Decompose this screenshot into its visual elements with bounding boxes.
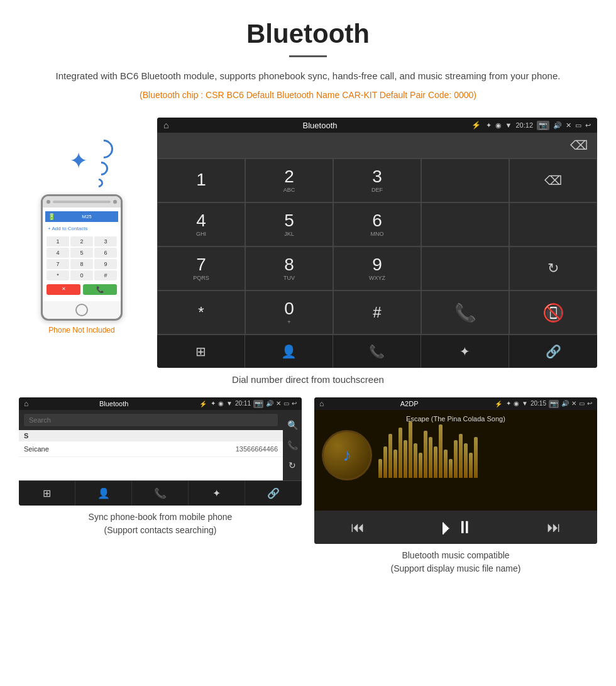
bluetooth-icon-button[interactable]: ✦ [421, 335, 509, 368]
pb-back-icon[interactable]: ↩ [292, 400, 297, 408]
pb-home-icon[interactable]: ⌂ [24, 399, 28, 408]
pb-status-bar: ⌂ Bluetooth ⚡ ✦ ◉ ▼ 20:11 📷 🔊 ✕ ▭ ↩ [19, 397, 302, 410]
phone-key: 1 [47, 236, 69, 246]
dial-screen-caption: Dial number direct from touchscreen [0, 374, 616, 385]
dial-key-5[interactable]: 5 JKL [245, 202, 333, 246]
dial-key-empty-1 [421, 158, 509, 202]
pb-contact-list: S Seicane 13566664466 [19, 430, 283, 480]
phone-key: 9 [94, 259, 117, 269]
back-icon[interactable]: ↩ [585, 121, 591, 130]
car-dial-screen: ⌂ Bluetooth ⚡ ✦ ◉ ▼ 20:12 📷 🔊 ✕ ▭ ↩ ⌫ 1 [157, 118, 597, 368]
music-wifi-icon: ▼ [522, 400, 528, 408]
music-screen-title: A2DP [327, 400, 491, 407]
bluetooth-symbol-icon: ✦ [69, 148, 88, 174]
pb-grid-btn[interactable]: ⊞ [19, 481, 75, 506]
pb-close-icon[interactable]: ✕ [276, 400, 281, 408]
pb-cam-icon: 📷 [253, 400, 263, 408]
phone-key: 4 [47, 248, 69, 258]
music-controls: ⏮ ⏵⏸ ⏭ [314, 511, 597, 544]
title-underline [289, 55, 327, 57]
window-icon[interactable]: ▭ [575, 121, 581, 130]
pb-caption-line1: Sync phone-book from mobile phone [89, 512, 233, 522]
dial-key-empty-4 [421, 246, 509, 290]
pb-contact-number: 13566664466 [236, 445, 278, 453]
car-screen-title: Bluetooth [173, 121, 466, 130]
phone-home-button [75, 304, 88, 316]
pb-loc-icon: ◉ [218, 400, 224, 408]
dial-key-9[interactable]: 9 WXYZ [333, 246, 421, 290]
pb-caption-line2: (Support contacts searching) [104, 525, 217, 535]
main-section: ✦ 🔋 M25 + Add to Contacts 1 [0, 118, 616, 368]
pb-contact-name: Seicane [24, 445, 236, 453]
dial-key-hash[interactable]: # [333, 290, 421, 335]
music-visualizer [378, 430, 590, 480]
dial-key-0[interactable]: 0 + [245, 290, 333, 335]
dial-key-7[interactable]: 7 PQRS [157, 246, 245, 290]
dial-key-1[interactable]: 1 [157, 158, 245, 202]
phone-key: 7 [47, 259, 69, 269]
dial-key-6[interactable]: 6 MNO [333, 202, 421, 246]
dial-key-2[interactable]: 2 ABC [245, 158, 333, 202]
pb-phone-btn[interactable]: 📞 [132, 481, 189, 506]
music-back-icon[interactable]: ↩ [587, 400, 592, 408]
pb-contact-row[interactable]: Seicane 13566664466 [19, 441, 283, 457]
dial-key-4[interactable]: 4 GHI [157, 202, 245, 246]
pb-search-input[interactable] [24, 414, 278, 426]
dial-key-empty-2 [421, 202, 509, 246]
bluetooth-status-icon: ✦ [486, 121, 492, 130]
music-block: ⌂ A2DP ⚡ ✦ ◉ ▼ 20:15 📷 🔊 ✕ ▭ ↩ Escape (T… [314, 397, 597, 575]
bottom-screenshots: ⌂ Bluetooth ⚡ ✦ ◉ ▼ 20:11 📷 🔊 ✕ ▭ ↩ [0, 397, 616, 575]
pb-contacts-btn[interactable]: 👤 [75, 481, 132, 506]
phone-key: 0 [70, 270, 93, 280]
music-win-icon[interactable]: ▭ [579, 400, 585, 408]
end-call-button[interactable]: 📵 [509, 290, 597, 335]
pb-win-icon[interactable]: ▭ [283, 400, 289, 408]
time-display: 20:12 [515, 121, 533, 129]
pb-refresh-side-icon[interactable]: ↻ [289, 455, 296, 475]
smartphone-mockup: 🔋 M25 + Add to Contacts 1 2 3 4 5 6 7 8 … [41, 194, 123, 321]
grid-icon-button[interactable]: ⊞ [157, 335, 245, 368]
home-icon[interactable]: ⌂ [163, 120, 168, 130]
wave-small-icon [92, 177, 105, 189]
prev-track-button[interactable]: ⏮ [351, 519, 365, 536]
music-time: 20:15 [531, 400, 546, 408]
music-bt-icon: ✦ [506, 400, 511, 408]
pb-area: S Seicane 13566664466 🔍 📞 ↻ [19, 410, 302, 480]
next-track-button[interactable]: ⏭ [547, 519, 561, 536]
phone-add-contacts: + Add to Contacts [45, 224, 118, 233]
dial-key-8[interactable]: 8 TUV [245, 246, 333, 290]
phone-icon-button[interactable]: 📞 [333, 335, 421, 368]
music-vol-icon: 🔊 [561, 400, 569, 408]
music-home-icon[interactable]: ⌂ [319, 399, 324, 408]
phone-screen: 🔋 M25 + Add to Contacts 1 2 3 4 5 6 7 8 … [43, 207, 121, 301]
contacts-icon-button[interactable]: 👤 [245, 335, 333, 368]
phone-dot [113, 200, 117, 204]
call-button[interactable]: 📞 [421, 290, 509, 335]
link-icon-button[interactable]: 🔗 [509, 335, 597, 368]
play-pause-button[interactable]: ⏵⏸ [438, 517, 473, 538]
pb-link-btn[interactable]: 🔗 [245, 481, 302, 506]
pb-wifi-icon: ▼ [226, 400, 233, 408]
phone-key: 6 [94, 248, 117, 258]
music-cam-icon: 📷 [549, 400, 559, 408]
page-description: Integrated with BC6 Bluetooth module, su… [38, 69, 578, 84]
pb-call-side-icon[interactable]: 📞 [287, 435, 298, 455]
pb-search-side-icon[interactable]: 🔍 [287, 415, 298, 435]
phone-not-included-label: Phone Not Included [48, 326, 114, 335]
dialpad-bottom-bar: ⊞ 👤 📞 ✦ 🔗 [157, 335, 597, 368]
location-icon: ◉ [495, 121, 502, 130]
refresh-key[interactable]: ↻ [509, 246, 597, 290]
dial-key-star[interactable]: * [157, 290, 245, 335]
pb-vol-icon: 🔊 [266, 400, 273, 408]
backspace-key[interactable]: ⌫ [509, 158, 597, 202]
phone-top-bar [43, 196, 121, 207]
usb-icon: ⚡ [471, 121, 481, 130]
pb-bt-btn[interactable]: ✦ [189, 481, 245, 506]
bluetooth-icon-wrapper: ✦ [50, 136, 113, 187]
close-icon[interactable]: ✕ [566, 121, 571, 130]
pb-status-icons: ✦ ◉ ▼ 20:11 📷 🔊 ✕ ▭ ↩ [211, 400, 297, 408]
dial-key-3[interactable]: 3 DEF [333, 158, 421, 202]
backspace-button[interactable]: ⌫ [570, 138, 588, 153]
music-close-icon[interactable]: ✕ [571, 400, 576, 408]
pb-side-icons: 🔍 📞 ↻ [283, 410, 302, 480]
